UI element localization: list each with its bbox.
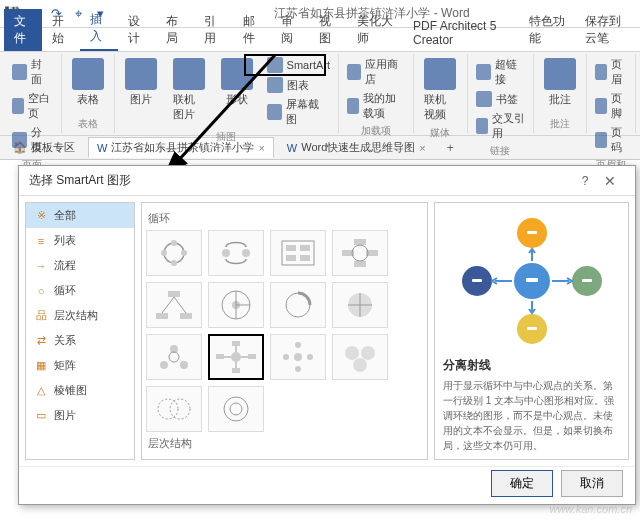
- svg-rect-11: [286, 255, 296, 261]
- layout-thumb[interactable]: [146, 230, 202, 276]
- hyperlink-button[interactable]: 超链接: [472, 56, 529, 88]
- crossref-button[interactable]: 交叉引用: [472, 110, 529, 142]
- svg-point-7: [242, 249, 250, 257]
- layout-thumb[interactable]: [332, 230, 388, 276]
- category-matrix[interactable]: ▦矩阵: [26, 353, 134, 378]
- svg-rect-9: [286, 245, 296, 251]
- smartart-icon: [267, 57, 283, 73]
- svg-point-6: [222, 249, 230, 257]
- layout-thumb[interactable]: [146, 282, 202, 328]
- svg-point-53: [158, 399, 178, 419]
- hierarchy-icon: 品: [34, 309, 48, 323]
- svg-rect-38: [248, 354, 256, 359]
- picture-button[interactable]: 图片: [119, 56, 163, 128]
- tab-insert[interactable]: 插入: [80, 7, 118, 51]
- preview-image: [443, 211, 620, 351]
- layout-thumb[interactable]: [208, 386, 264, 432]
- word-icon: W: [97, 142, 107, 154]
- layout-thumb[interactable]: [208, 230, 264, 276]
- ribbon-group-comments: 批注 批注: [534, 54, 587, 133]
- category-all[interactable]: ※全部: [26, 203, 134, 228]
- layout-thumb[interactable]: [146, 334, 202, 380]
- layout-pane[interactable]: 循环 层次结构: [141, 202, 428, 460]
- category-picture[interactable]: ▭图片: [26, 403, 134, 428]
- tab-mail[interactable]: 邮件: [233, 9, 271, 51]
- pyramid-icon: △: [34, 384, 48, 398]
- category-process[interactable]: →流程: [26, 253, 134, 278]
- layout-thumb[interactable]: [270, 230, 326, 276]
- appstore-button[interactable]: 应用商店: [343, 56, 409, 88]
- preview-description: 用于显示循环中与中心观点的关系。第一行级别 1 文本与中心图形相对应。强调环绕的…: [443, 378, 620, 453]
- group-label: 表格: [66, 115, 110, 131]
- cover-page-button[interactable]: 封面: [8, 56, 57, 88]
- my-addins-button[interactable]: 我的加载项: [343, 90, 409, 122]
- tab-home[interactable]: 开始: [42, 9, 80, 51]
- online-video-button[interactable]: 联机视频: [418, 56, 463, 124]
- shapes-icon: [221, 58, 253, 90]
- picture-icon: [125, 58, 157, 90]
- table-button[interactable]: 表格: [66, 56, 110, 115]
- layout-thumb[interactable]: [332, 282, 388, 328]
- svg-rect-13: [354, 239, 366, 245]
- group-label: 链接: [472, 142, 529, 158]
- svg-rect-8: [282, 241, 314, 265]
- category-list-type[interactable]: ≡列表: [26, 228, 134, 253]
- svg-rect-40: [216, 354, 224, 359]
- smartart-dialog: 选择 SmartArt 图形 ? ✕ ※全部 ≡列表 →流程 ○循环 品层次结构…: [18, 165, 636, 505]
- close-icon[interactable]: ×: [419, 142, 425, 154]
- tab-features[interactable]: 特色功能: [519, 9, 575, 51]
- tab-references[interactable]: 引用: [194, 9, 232, 51]
- category-relationship[interactable]: ⇄关系: [26, 328, 134, 353]
- svg-point-36: [231, 352, 241, 362]
- thumb-grid-cycle: [146, 230, 423, 432]
- screenshot-button[interactable]: 屏幕截图: [263, 96, 334, 128]
- footer-button[interactable]: 页脚: [591, 90, 631, 122]
- online-picture-button[interactable]: 联机图片: [167, 56, 211, 128]
- dialog-buttons: 确定 取消: [19, 466, 635, 500]
- section-hierarchy: 层次结构: [146, 432, 423, 455]
- blank-page-button[interactable]: 空白页: [8, 90, 57, 122]
- svg-rect-19: [156, 313, 168, 319]
- svg-point-2: [171, 240, 177, 246]
- svg-point-5: [161, 250, 167, 256]
- matrix-icon: ▦: [34, 359, 48, 373]
- svg-point-17: [352, 245, 368, 261]
- layout-thumb[interactable]: [270, 282, 326, 328]
- close-button[interactable]: ✕: [595, 173, 625, 189]
- shapes-button[interactable]: 形状: [215, 56, 259, 128]
- category-pyramid[interactable]: △棱锥图: [26, 378, 134, 403]
- smartart-button[interactable]: SmartArt: [263, 56, 334, 74]
- tab-pdf[interactable]: PDF Architect 5 Creator: [403, 15, 519, 51]
- layout-thumb[interactable]: [332, 334, 388, 380]
- tab-view[interactable]: 视图: [309, 9, 347, 51]
- process-icon: →: [34, 259, 48, 273]
- layout-thumb[interactable]: [208, 282, 264, 328]
- pagenum-button[interactable]: 页码: [591, 124, 631, 156]
- svg-rect-12: [300, 255, 310, 261]
- ribbon-group-pages: 封面 空白页 分页 页面: [4, 54, 62, 133]
- add-tab-button[interactable]: +: [439, 139, 462, 157]
- tab-review[interactable]: 审阅: [271, 9, 309, 51]
- layout-thumb-diverging-radial[interactable]: [208, 334, 264, 380]
- help-button[interactable]: ?: [575, 174, 595, 188]
- bookmark-button[interactable]: 书签: [472, 90, 529, 108]
- category-hierarchy[interactable]: 品层次结构: [26, 303, 134, 328]
- tab-layout[interactable]: 布局: [156, 9, 194, 51]
- cancel-button[interactable]: 取消: [561, 470, 623, 497]
- ok-button[interactable]: 确定: [491, 470, 553, 497]
- tab-design[interactable]: 设计: [118, 9, 156, 51]
- comment-button[interactable]: 批注: [538, 56, 582, 115]
- tab-beautify[interactable]: 美化大师: [347, 9, 403, 51]
- group-label: 媒体: [418, 124, 463, 140]
- ribbon-group-addins: 应用商店 我的加载项 加载项: [339, 54, 414, 133]
- ribbon: 封面 空白页 分页 页面 表格 表格 图片 联机图片 形状 SmartArt 图…: [0, 52, 640, 136]
- tab-cloud[interactable]: 保存到云笔: [575, 9, 640, 51]
- layout-thumb[interactable]: [270, 334, 326, 380]
- layout-thumb[interactable]: [146, 386, 202, 432]
- category-cycle[interactable]: ○循环: [26, 278, 134, 303]
- page-break-button[interactable]: 分页: [8, 124, 57, 156]
- chart-button[interactable]: 图表: [263, 76, 334, 94]
- footer-icon: [595, 98, 607, 114]
- tab-file[interactable]: 文件: [4, 9, 42, 51]
- header-button[interactable]: 页眉: [591, 56, 631, 88]
